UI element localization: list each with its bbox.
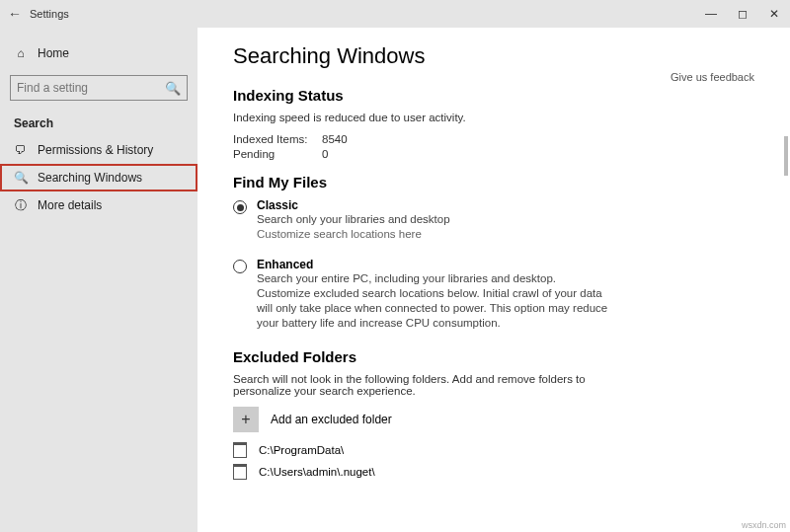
maximize-button[interactable]: ◻	[727, 0, 758, 28]
enhanced-option[interactable]: Enhanced Search your entire PC, includin…	[233, 258, 754, 331]
window-title: Settings	[30, 8, 69, 20]
searching-label: Searching Windows	[38, 171, 142, 185]
feedback-link[interactable]: Give us feedback	[671, 71, 754, 83]
indexed-items-value: 8540	[322, 133, 348, 145]
search-icon: 🔍	[14, 171, 28, 185]
sidebar-item-searching-windows[interactable]: 🔍 Searching Windows	[0, 164, 198, 191]
pending-value: 0	[322, 148, 328, 160]
info-icon: ⓘ	[14, 198, 28, 212]
close-button[interactable]: ✕	[758, 0, 790, 28]
search-field[interactable]	[17, 81, 165, 95]
minimize-button[interactable]: —	[695, 0, 727, 28]
indexing-status-heading: Indexing Status	[233, 87, 754, 104]
pending-label: Pending	[233, 148, 322, 160]
watermark: wsxdn.com	[742, 520, 786, 530]
folder-path: C:\ProgramData\	[259, 444, 344, 456]
indexing-status-text: Indexing speed is reduced due to user ac…	[233, 112, 754, 123]
home-nav[interactable]: ⌂ Home	[0, 39, 198, 67]
add-excluded-folder[interactable]: + Add an excluded folder	[233, 407, 754, 432]
folder-icon	[233, 442, 247, 458]
enhanced-desc: Search your entire PC, including your li…	[257, 271, 612, 331]
excluded-folders-heading: Excluded Folders	[233, 348, 754, 365]
excluded-folder-row[interactable]: C:\ProgramData\	[233, 442, 754, 458]
classic-title: Classic	[257, 198, 450, 212]
indexed-items-label: Indexed Items:	[233, 133, 322, 145]
more-label: More details	[38, 198, 102, 212]
find-setting-input[interactable]: 🔍	[10, 75, 188, 101]
home-icon: ⌂	[14, 46, 28, 60]
folder-icon	[233, 464, 247, 480]
radio-icon[interactable]	[233, 200, 247, 214]
home-label: Home	[38, 46, 69, 60]
scrollbar-thumb[interactable]	[784, 136, 788, 176]
plus-icon[interactable]: +	[233, 407, 259, 432]
back-button[interactable]: ←	[0, 6, 30, 22]
section-label: Search	[0, 114, 198, 136]
excluded-description: Search will not look in the following fo…	[233, 373, 589, 397]
enhanced-title: Enhanced	[257, 258, 612, 271]
classic-option[interactable]: Classic Search only your libraries and d…	[233, 198, 754, 240]
sidebar-item-permissions[interactable]: 🗩 Permissions & History	[0, 136, 198, 164]
add-label: Add an excluded folder	[271, 413, 392, 426]
permissions-label: Permissions & History	[38, 143, 153, 157]
find-my-files-heading: Find My Files	[233, 174, 754, 190]
main-panel: Give us feedback Searching Windows Index…	[198, 28, 790, 532]
permissions-icon: 🗩	[14, 143, 28, 157]
search-icon: 🔍	[165, 81, 181, 96]
excluded-folder-row[interactable]: C:\Users\admin\.nuget\	[233, 464, 754, 480]
folder-path: C:\Users\admin\.nuget\	[259, 466, 375, 478]
customize-link[interactable]: Customize search locations here	[257, 228, 450, 240]
classic-desc: Search only your libraries and desktop	[257, 212, 450, 227]
sidebar-item-more-details[interactable]: ⓘ More details	[0, 191, 198, 219]
radio-icon[interactable]	[233, 260, 247, 273]
sidebar: ⌂ Home 🔍 Search 🗩 Permissions & History …	[0, 28, 198, 532]
page-title: Searching Windows	[233, 43, 754, 69]
